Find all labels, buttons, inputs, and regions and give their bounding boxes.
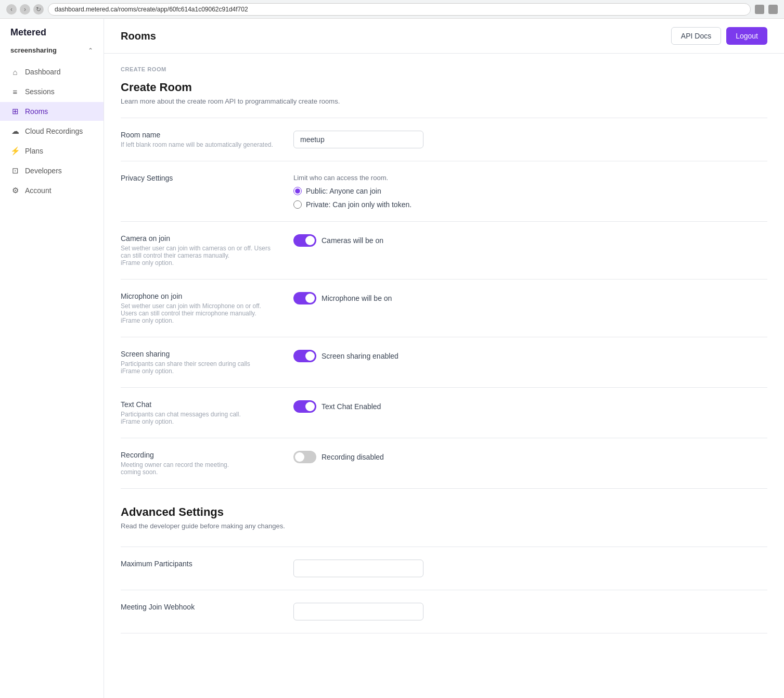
sidebar-nav: ⌂ Dashboard ≡ Sessions ⊞ Rooms ☁ Cloud R… [0, 60, 104, 202]
privacy-private-option[interactable]: Private: Can join only with token. [293, 200, 767, 209]
sidebar-item-developers[interactable]: ⊡ Developers [0, 161, 104, 180]
webhook-input[interactable] [293, 603, 423, 620]
sidebar-item-label: Cloud Recordings [25, 127, 83, 135]
room-name-input[interactable] [293, 131, 423, 148]
recording-toggle-row: Recording disabled [293, 451, 767, 463]
privacy-public-option[interactable]: Public: Anyone can join [293, 187, 767, 195]
recording-row: Recording Meeting owner can record the m… [121, 438, 767, 489]
browser-icons [755, 5, 778, 14]
sidebar-item-label: Sessions [25, 87, 55, 96]
mic-hint1: Set wether user can join with Microphone… [121, 302, 277, 317]
privacy-label: Privacy Settings [121, 174, 277, 182]
logout-button[interactable]: Logout [726, 27, 767, 45]
sidebar-item-cloud-recordings[interactable]: ☁ Cloud Recordings [0, 122, 104, 141]
advanced-settings-description: Read the developer guide before making a… [121, 522, 767, 530]
browser-bar: ‹ › ↻ dashboard.metered.ca/rooms/create/… [0, 0, 784, 19]
camera-hint2: iFrame only option. [121, 259, 277, 266]
max-participants-row: Maximum Participants [121, 547, 767, 590]
sidebar-item-label: Developers [25, 167, 62, 175]
privacy-radio-group: Public: Anyone can join Private: Can joi… [293, 187, 767, 209]
sidebar-item-label: Dashboard [25, 68, 61, 76]
max-participants-label-col: Maximum Participants [121, 560, 277, 577]
camera-control: Cameras will be on [293, 234, 767, 266]
mic-toggle-row: Microphone will be on [293, 292, 767, 304]
advanced-settings-title: Advanced Settings [121, 505, 767, 519]
max-participants-label: Maximum Participants [121, 560, 277, 568]
screenshare-toggle-row: Screen sharing enabled [293, 350, 767, 362]
textchat-toggle-slider [293, 400, 316, 413]
sidebar-item-sessions[interactable]: ≡ Sessions [0, 82, 104, 101]
privacy-label-col: Privacy Settings [121, 174, 277, 209]
webhook-label-col: Meeting Join Webhook [121, 603, 277, 620]
workspace-name: screensharing [10, 46, 57, 54]
screenshare-toggle-slider [293, 350, 316, 362]
screen-sharing-row: Screen sharing Participants can share th… [121, 337, 767, 388]
sidebar-item-plans[interactable]: ⚡ Plans [0, 142, 104, 160]
extension-icon [755, 5, 764, 14]
mic-toggle-slider [293, 292, 316, 304]
privacy-private-radio[interactable] [293, 200, 302, 209]
privacy-control: Limit who can access the room. Public: A… [293, 174, 767, 209]
textchat-control: Text Chat Enabled [293, 400, 767, 425]
mic-toggle-label: Microphone will be on [322, 294, 392, 302]
main-content: Rooms API Docs Logout CREATE ROOM Create… [104, 19, 784, 698]
recording-label-col: Recording Meeting owner can record the m… [121, 451, 277, 476]
cloud-recordings-icon: ☁ [10, 126, 20, 136]
textchat-toggle-label: Text Chat Enabled [322, 402, 381, 411]
privacy-public-radio[interactable] [293, 187, 302, 195]
room-name-row: Room name If left blank room name will b… [121, 118, 767, 161]
recording-toggle-slider [293, 451, 316, 463]
dashboard-icon: ⌂ [10, 67, 20, 77]
account-icon: ⚙ [10, 186, 20, 195]
privacy-public-label: Public: Anyone can join [306, 187, 381, 195]
mic-toggle[interactable] [293, 292, 316, 304]
app-logo: Metered [0, 19, 104, 42]
sidebar-item-label: Rooms [25, 107, 48, 116]
privacy-description: Limit who can access the room. [293, 174, 767, 182]
sidebar-item-dashboard[interactable]: ⌂ Dashboard [0, 62, 104, 81]
rooms-icon: ⊞ [10, 107, 20, 116]
webhook-control [293, 603, 767, 620]
textchat-toggle[interactable] [293, 400, 316, 413]
back-button[interactable]: ‹ [6, 4, 17, 15]
workspace-selector[interactable]: screensharing ⌃ [0, 42, 104, 60]
create-room-title: Create Room [121, 81, 767, 94]
webhook-label: Meeting Join Webhook [121, 603, 277, 611]
camera-toggle[interactable] [293, 234, 316, 247]
page-header: Rooms API Docs Logout [104, 19, 784, 54]
sidebar-item-account[interactable]: ⚙ Account [0, 181, 104, 200]
browser-controls[interactable]: ‹ › ↻ [6, 4, 44, 15]
screenshare-label: Screen sharing [121, 350, 277, 358]
textchat-hint1: Participants can chat messages during ca… [121, 411, 277, 418]
header-actions: API Docs Logout [671, 27, 767, 45]
screenshare-toggle-label: Screen sharing enabled [322, 352, 399, 360]
content-area: CREATE ROOM Create Room Learn more about… [104, 54, 784, 646]
textchat-label: Text Chat [121, 400, 277, 409]
reload-button[interactable]: ↻ [33, 4, 44, 15]
camera-label: Camera on join [121, 234, 277, 243]
max-participants-input[interactable] [293, 560, 423, 577]
privacy-private-label: Private: Can join only with token. [306, 200, 412, 209]
mic-control: Microphone will be on [293, 292, 767, 324]
mic-hint2: iFrame only option. [121, 317, 277, 324]
microphone-on-join-row: Microphone on join Set wether user can j… [121, 280, 767, 337]
screenshare-toggle[interactable] [293, 350, 316, 362]
screenshare-label-col: Screen sharing Participants can share th… [121, 350, 277, 375]
sidebar-item-rooms[interactable]: ⊞ Rooms [0, 102, 104, 121]
screenshare-control: Screen sharing enabled [293, 350, 767, 375]
max-participants-control [293, 560, 767, 577]
api-docs-button[interactable]: API Docs [671, 27, 721, 45]
profile-icon [768, 5, 778, 14]
plans-icon: ⚡ [10, 146, 20, 156]
text-chat-row: Text Chat Participants can chat messages… [121, 388, 767, 438]
sidebar: Metered screensharing ⌃ ⌂ Dashboard ≡ Se… [0, 19, 104, 698]
camera-on-join-row: Camera on join Set wether user can join … [121, 222, 767, 280]
forward-button[interactable]: › [20, 4, 30, 15]
developers-icon: ⊡ [10, 166, 20, 175]
camera-hint1: Set wether user can join with cameras on… [121, 245, 277, 259]
room-name-label-col: Room name If left blank room name will b… [121, 131, 277, 148]
recording-toggle[interactable] [293, 451, 316, 463]
room-name-label: Room name [121, 131, 277, 139]
app-container: Metered screensharing ⌃ ⌂ Dashboard ≡ Se… [0, 19, 784, 698]
address-bar[interactable]: dashboard.metered.ca/rooms/create/app/60… [48, 3, 751, 16]
